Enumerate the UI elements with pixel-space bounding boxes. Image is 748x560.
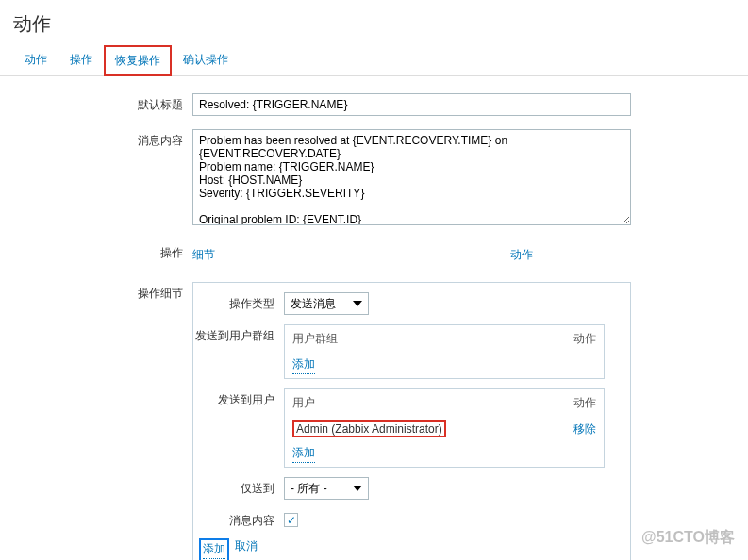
default-subject-input[interactable] (192, 93, 631, 116)
msg-content-label: 消息内容 (193, 509, 284, 529)
only-to-select[interactable]: - 所有 - (284, 477, 369, 500)
users-col-name: 用户 (292, 395, 540, 411)
operation-details-label: 操作细节 (13, 282, 192, 302)
default-subject-label: 默认标题 (13, 93, 192, 113)
users-col-action: 动作 (540, 395, 596, 411)
message-textarea[interactable]: Problem has been resolved at {EVENT.RECO… (192, 129, 631, 225)
users-table: 用户 动作 Admin (Zabbix Administrator) 移除 添加 (284, 388, 605, 468)
send-users-label: 发送到用户 (193, 388, 284, 408)
send-groups-label: 发送到用户群组 (193, 324, 284, 344)
page-title: 动作 (0, 0, 748, 44)
msg-content-checkbox[interactable]: ✓ (284, 513, 298, 527)
user-admin: Admin (Zabbix Administrator) (292, 420, 446, 437)
groups-col-name: 用户群组 (292, 331, 540, 347)
op-type-select[interactable]: 发送消息 (284, 292, 369, 315)
tab-action[interactable]: 动作 (13, 44, 58, 75)
tab-recovery-operations[interactable]: 恢复操作 (104, 45, 172, 76)
operations-label: 操作 (13, 241, 192, 261)
operations-table-header: 细节 动作 (192, 241, 631, 269)
operation-details-box: 操作类型 发送消息 发送到用户群组 用户群组 动作 (192, 282, 631, 560)
tab-operations[interactable]: 操作 (58, 44, 104, 75)
user-groups-table: 用户群组 动作 添加 (284, 324, 605, 379)
op-col-action: 动作 (412, 247, 632, 263)
op-col-details: 细节 (192, 247, 412, 263)
cancel-button[interactable]: 取消 (235, 538, 258, 560)
op-type-label: 操作类型 (193, 292, 284, 312)
tabs: 动作 操作 恢复操作 确认操作 (0, 44, 748, 76)
users-add-link[interactable]: 添加 (292, 445, 315, 463)
user-remove-link[interactable]: 移除 (573, 422, 596, 436)
add-button[interactable]: 添加 (203, 541, 225, 559)
only-to-label: 仅送到 (193, 477, 284, 497)
tab-acknowledge-operations[interactable]: 确认操作 (172, 44, 240, 75)
content: 默认标题 消息内容 Problem has been resolved at {… (0, 76, 748, 560)
groups-add-link[interactable]: 添加 (292, 356, 315, 374)
groups-col-action: 动作 (540, 331, 596, 347)
watermark: @51CTO博客 (641, 528, 735, 548)
message-label: 消息内容 (13, 129, 192, 149)
